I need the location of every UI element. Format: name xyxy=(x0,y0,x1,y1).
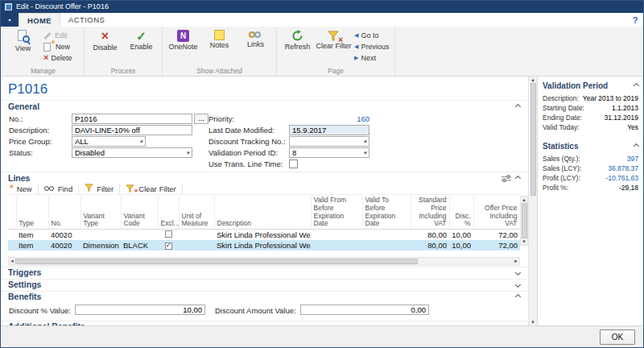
column-header-variant-code[interactable]: Variant Code xyxy=(121,196,158,230)
lines-new-button[interactable]: * New xyxy=(8,183,39,194)
table-row[interactable]: Item 40020 Skirt Linda Professional Wear… xyxy=(8,230,520,240)
column-header-description[interactable]: Description xyxy=(214,196,311,230)
validation-period-id-label: Validation Period ID: xyxy=(208,148,289,157)
tab-actions[interactable]: ACTIONS xyxy=(60,13,113,27)
discount-tracking-no-select[interactable]: ▾ xyxy=(289,136,369,147)
factbox-header-validation-period[interactable]: Validation Period xyxy=(543,81,638,90)
scrollbar-thumb[interactable] xyxy=(15,259,418,264)
section-header-benefits[interactable]: Benefits xyxy=(1,291,528,302)
section-header-triggers[interactable]: Triggers xyxy=(1,267,528,278)
collapse-icon[interactable] xyxy=(515,294,521,300)
excl-checkbox[interactable]: ✓ xyxy=(165,242,172,250)
notes-button[interactable]: Notes xyxy=(201,27,237,64)
scrollbar-thumb[interactable] xyxy=(522,203,527,238)
help-button[interactable]: ? xyxy=(627,13,643,27)
ribbon: View Edit New × Delete xyxy=(1,27,643,77)
chevron-down-icon[interactable]: ▾ xyxy=(139,139,142,144)
expand-icon[interactable] xyxy=(515,282,521,288)
previous-button[interactable]: ◀ Previous xyxy=(352,41,392,52)
column-header-valid-from[interactable]: Valid From Before Expiration Date xyxy=(311,196,362,230)
grid-settings-icon[interactable] xyxy=(502,171,511,185)
no-field[interactable]: P1016 xyxy=(72,114,192,124)
column-header-valid-to[interactable]: Valid To Before Expiration Date xyxy=(362,196,411,230)
links-button[interactable]: Links xyxy=(237,27,274,64)
column-header-disc[interactable]: Disc. % xyxy=(449,196,473,230)
ribbon-group-manage: View Edit New × Delete xyxy=(2,27,85,76)
scroll-down-icon[interactable]: ▼ xyxy=(530,320,535,325)
lines-filter-button[interactable]: Filter xyxy=(79,183,120,194)
price-group-select[interactable]: ALL▾ xyxy=(72,136,146,147)
chevron-down-icon[interactable]: ▾ xyxy=(186,150,189,155)
disable-button[interactable]: × Disable xyxy=(87,27,123,64)
expand-icon[interactable] xyxy=(515,270,521,276)
delete-button[interactable]: × Delete xyxy=(41,52,81,63)
column-header-standard-price[interactable]: Standard Price Including VAT xyxy=(411,196,449,230)
grid-horizontal-scrollbar[interactable]: ◄ ► xyxy=(8,257,520,266)
discount-pct-field[interactable]: 10,00 xyxy=(75,304,205,315)
delete-icon: × xyxy=(43,53,48,62)
notes-icon xyxy=(214,30,225,40)
new-button[interactable]: New xyxy=(41,41,81,52)
collapse-icon[interactable] xyxy=(634,143,639,149)
grid-vertical-scrollbar[interactable]: ▲ ▼ xyxy=(520,196,528,246)
benefits-fields: Discount % Value: 10,00 Discount Amount … xyxy=(1,302,528,320)
column-header-offer-price[interactable]: Offer Price Including VAT xyxy=(473,196,520,230)
scroll-up-icon[interactable]: ▲ xyxy=(522,197,526,202)
column-header-unit-of-measure[interactable]: Unit of Measure xyxy=(179,196,214,230)
view-button[interactable]: View xyxy=(5,27,41,64)
group-caption-page: Page xyxy=(279,66,392,76)
lines-clear-filter-button[interactable]: × Clear Filter xyxy=(120,183,182,194)
section-header-additional-benefits[interactable]: Additional Benefits xyxy=(1,321,528,325)
table-row-selected[interactable]: Item 40020 Dimension 1 BLACK ✓ Skirt Lin… xyxy=(8,240,520,251)
collapse-icon[interactable] xyxy=(634,83,639,89)
lines-find-button[interactable]: Find xyxy=(39,183,79,194)
app-icon xyxy=(5,3,12,10)
tab-home[interactable]: HOME xyxy=(19,13,60,27)
onenote-button[interactable]: OneNote xyxy=(165,27,201,64)
edit-button: Edit xyxy=(41,30,81,40)
section-header-general[interactable]: General xyxy=(1,100,528,111)
status-select[interactable]: Disabled▾ xyxy=(72,147,192,158)
application-menu-button[interactable]: ▾ xyxy=(1,13,19,27)
collapse-icon[interactable] xyxy=(515,175,521,180)
scroll-down-icon[interactable]: ▼ xyxy=(522,239,526,244)
view-icon xyxy=(16,30,31,44)
list-item: Ending Date: 31.12.2019 xyxy=(543,113,638,122)
priority-value[interactable]: 160 xyxy=(289,114,369,123)
factbox-header-statistics[interactable]: Statistics xyxy=(543,142,638,151)
window-title: Edit - Discount Offer - P1016 xyxy=(16,3,109,10)
scroll-left-icon[interactable]: ◄ xyxy=(10,259,14,263)
clear-filter-button[interactable]: × Clear Filter xyxy=(316,27,352,64)
clear-filter-icon: × xyxy=(328,30,340,41)
scroll-right-icon[interactable]: ► xyxy=(514,259,518,263)
page-vertical-scrollbar[interactable]: ▲ ▼ xyxy=(528,77,537,325)
chevron-down-icon[interactable]: ▾ xyxy=(363,139,366,144)
assist-edit-button[interactable]: ... xyxy=(194,114,208,124)
use-trans-line-time-checkbox[interactable] xyxy=(289,160,298,168)
section-header-lines[interactable]: Lines xyxy=(1,172,528,183)
goto-button[interactable]: ◀ Go to xyxy=(352,30,392,40)
excl-checkbox[interactable] xyxy=(165,230,172,238)
validation-period-id-select[interactable]: 8▾ xyxy=(289,147,369,158)
column-header-excl[interactable]: Excl... xyxy=(158,196,179,230)
scrollbar-thumb[interactable] xyxy=(530,83,536,196)
column-header-no[interactable]: No. xyxy=(48,196,80,230)
discount-pct-label: Discount % Value: xyxy=(9,306,71,315)
column-header-variant-type[interactable]: Variant Type xyxy=(80,196,121,230)
ok-button[interactable]: OK xyxy=(600,329,635,345)
collapse-icon[interactable] xyxy=(515,103,521,109)
discount-amount-field[interactable]: 0,00 xyxy=(300,304,429,315)
chevron-down-icon[interactable]: ▾ xyxy=(363,150,366,155)
goto-arrow-icon: ◀ xyxy=(354,32,358,38)
next-button[interactable]: ▶ Next xyxy=(352,52,392,63)
enable-button[interactable]: ✓ Enable xyxy=(123,27,159,64)
column-header-type[interactable]: Type xyxy=(16,196,48,230)
ribbon-group-page: Refresh × Clear Filter ◀ Go to ◀ xyxy=(277,27,395,76)
list-item: Description: Year 2013 to 2019 xyxy=(543,93,638,103)
description-field[interactable]: DAVI-LINE-10% off xyxy=(72,125,192,135)
scroll-up-icon[interactable]: ▲ xyxy=(530,77,535,82)
refresh-button[interactable]: Refresh xyxy=(279,27,316,64)
section-header-settings[interactable]: Settings xyxy=(1,279,528,290)
chevron-down-icon: ▾ xyxy=(8,17,10,23)
expand-icon[interactable] xyxy=(515,324,521,325)
